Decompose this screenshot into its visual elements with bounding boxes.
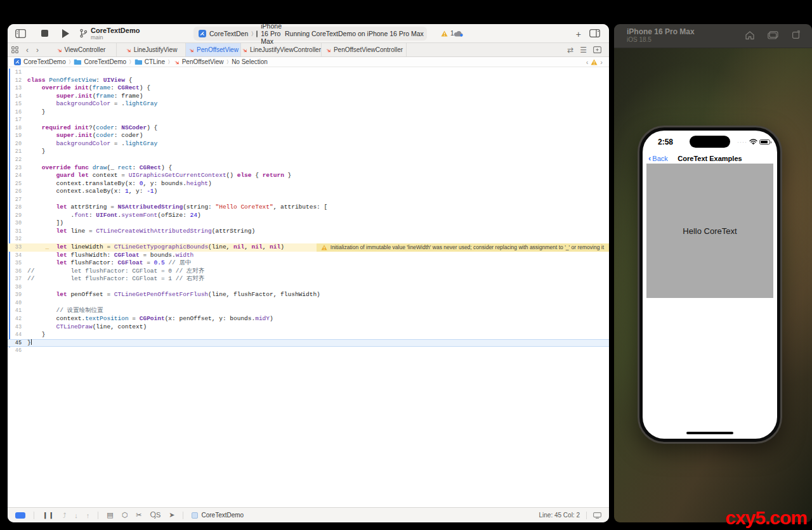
source-editor[interactable]: 1112class PenOffsetView: UIView {13 over… <box>8 67 609 507</box>
back-chevron-icon[interactable]: ‹ <box>22 43 32 56</box>
screenshot-icon[interactable] <box>768 31 778 39</box>
tab-viewcontroller[interactable]: ViewController <box>45 43 117 56</box>
code-line[interactable]: 46 <box>8 347 609 355</box>
code-line[interactable]: 21 } <box>8 148 609 156</box>
code-line[interactable]: 26 context.scaleBy(x: 1, y: -1) <box>8 188 609 196</box>
run-button[interactable] <box>62 29 69 38</box>
line-number[interactable]: 32 <box>10 235 27 243</box>
toggle-navigator-icon[interactable] <box>15 29 26 38</box>
add-editor-icon[interactable] <box>593 46 601 53</box>
line-number[interactable]: 26 <box>10 188 27 196</box>
pause-execution-icon[interactable]: ❙❙ <box>43 512 55 519</box>
line-number[interactable]: 43 <box>10 323 27 332</box>
code-line[interactable]: 24 guard let context = UIGraphicsGetCurr… <box>8 172 609 180</box>
breadcrumb-item-ctline[interactable]: CTLine <box>145 58 165 65</box>
editor-layout-icon[interactable] <box>589 29 600 37</box>
code-line[interactable]: 23 override func draw(_ rect: CGRect) { <box>8 164 609 172</box>
line-number[interactable]: 28 <box>10 204 27 212</box>
code-line[interactable]: 12class PenOffsetView: UIView { <box>8 77 609 85</box>
line-number[interactable]: 12 <box>10 77 27 85</box>
line-number[interactable]: 11 <box>10 68 27 77</box>
line-number[interactable]: 24 <box>10 172 27 180</box>
line-number[interactable]: 35 <box>10 259 27 268</box>
home-button-icon[interactable] <box>745 30 755 40</box>
toggle-debug-area-button[interactable] <box>15 512 25 519</box>
line-number[interactable]: 41 <box>10 307 27 315</box>
code-line[interactable]: 45} <box>8 339 609 347</box>
inline-warning[interactable]: Initialization of immutable value 'lineW… <box>317 243 609 252</box>
memory-graph-icon[interactable]: ⬡ <box>122 511 128 519</box>
code-line[interactable]: 31 let line = CTLineCreateWithAttributed… <box>8 228 609 236</box>
view-hierarchy-icon[interactable]: ▤ <box>107 511 113 519</box>
line-number[interactable]: 15 <box>10 100 27 108</box>
code-line[interactable]: 32 <box>8 235 609 243</box>
code-line[interactable]: 25 context.translateBy(x: 0, y: bounds.h… <box>8 180 609 188</box>
line-number[interactable]: 31 <box>10 228 27 236</box>
breadcrumb-item-selection[interactable]: No Selection <box>232 58 268 65</box>
line-number[interactable]: 30 <box>10 219 27 228</box>
code-line[interactable]: 11 <box>8 68 609 77</box>
next-issue-icon[interactable]: › <box>600 58 603 66</box>
line-number[interactable]: 18 <box>10 124 27 132</box>
code-line[interactable]: 33 _ let lineWidth = CTLineGetTypographi… <box>8 243 609 252</box>
code-line[interactable]: 29 .font: UIFont.systemFont(ofSize: 24) <box>8 212 609 220</box>
code-line[interactable]: 14 super.init(frame: frame) <box>8 93 609 101</box>
code-line[interactable]: 13 override init(frame: CGRect) { <box>8 84 609 93</box>
code-line[interactable]: 28 let attrString = NSAttributedString(s… <box>8 204 609 212</box>
stop-button[interactable] <box>41 30 48 37</box>
tab-penoffsetviewcontroller[interactable]: PenOffsetViewController <box>322 43 407 56</box>
simulate-location-icon[interactable]: ➤ <box>169 511 174 519</box>
code-line[interactable]: 15 backgroundColor = .lightGray <box>8 100 609 108</box>
tab-linejustifyviewcontroller[interactable]: LineJustifyViewController <box>241 43 322 56</box>
code-line[interactable]: 37// let flushFactor: CGFloat = 1 // 右对齐 <box>8 275 609 283</box>
project-title-block[interactable]: CoreTextDemo main <box>91 27 140 41</box>
home-indicator[interactable] <box>686 432 733 434</box>
code-line[interactable]: 35 let flushFactor: CGFloat = 0.5 // 居中 <box>8 259 609 268</box>
minimap-list-icon[interactable]: ☰ <box>580 46 587 55</box>
breadcrumb-item-project[interactable]: CoreTextDemo <box>23 58 66 65</box>
line-number[interactable]: 33 <box>10 243 27 252</box>
line-number[interactable]: 21 <box>10 148 27 156</box>
warning-icon[interactable] <box>591 59 598 65</box>
line-number[interactable]: 22 <box>10 156 27 164</box>
code-line[interactable]: 39 let penOffset = CTLineGetPenOffsetFor… <box>8 291 609 299</box>
environment-overrides-icon[interactable]: ✂ <box>136 511 141 519</box>
line-number[interactable]: 44 <box>10 331 27 339</box>
line-number[interactable]: 38 <box>10 283 27 292</box>
scheme-selector[interactable]: CoreTextDen 〉 iPhone 16 Pro Max Running … <box>193 27 427 41</box>
code-line[interactable]: 43 CTLineDraw(line, context) <box>8 323 609 332</box>
tab-linejustifyview[interactable]: LineJustifyView <box>117 43 186 56</box>
code-line[interactable]: 18 required init?(coder: NSCoder) { <box>8 124 609 132</box>
line-number[interactable]: 16 <box>10 108 27 117</box>
line-number[interactable]: 42 <box>10 315 27 323</box>
forward-chevron-icon[interactable]: › <box>32 43 45 56</box>
runtime-issues-icon[interactable]: Ⴓ︎S <box>150 511 161 519</box>
line-number[interactable]: 27 <box>10 196 27 204</box>
tab-overview-icon[interactable] <box>8 43 22 56</box>
running-process[interactable]: CoreTextDemo <box>192 512 244 519</box>
code-line[interactable]: 27 <box>8 196 609 204</box>
line-number[interactable]: 19 <box>10 132 27 140</box>
line-number[interactable]: 36 <box>10 268 27 276</box>
code-line[interactable]: 16 } <box>8 108 609 117</box>
code-line[interactable]: 19 super.init(coder: coder) <box>8 132 609 140</box>
line-number[interactable]: 14 <box>10 93 27 101</box>
line-number[interactable]: 29 <box>10 212 27 220</box>
previous-issue-icon[interactable]: ‹ <box>586 58 589 66</box>
code-line[interactable]: 34 let flushWidth: CGFloat = bounds.widt… <box>8 252 609 260</box>
code-line[interactable]: 38 <box>8 283 609 292</box>
breadcrumb-item-group[interactable]: CoreTextDemo <box>84 58 126 65</box>
code-line[interactable]: 22 <box>8 156 609 164</box>
display-icon[interactable] <box>593 512 601 519</box>
line-number[interactable]: 13 <box>10 84 27 93</box>
line-number[interactable]: 20 <box>10 140 27 148</box>
code-line[interactable]: 30 ]) <box>8 219 609 228</box>
line-number[interactable]: 39 <box>10 291 27 299</box>
related-items-icon[interactable]: ⇄ <box>567 46 573 55</box>
code-line[interactable]: 42 context.textPosition = CGPoint(x: pen… <box>8 315 609 323</box>
issues-badge[interactable]: 1 <box>441 30 454 37</box>
line-number[interactable]: 46 <box>10 347 27 355</box>
line-number[interactable]: 23 <box>10 164 27 172</box>
code-line[interactable]: 41 // 设置绘制位置 <box>8 307 609 315</box>
code-line[interactable]: 20 backgroundColor = .lightGray <box>8 140 609 148</box>
